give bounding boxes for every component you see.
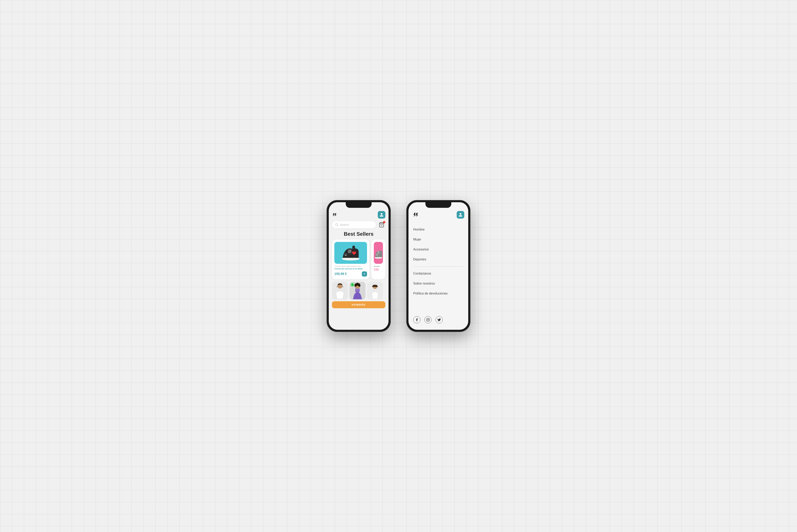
svg-marker-29: [414, 213, 416, 217]
product-image-1: ★: [334, 242, 367, 264]
cart-badge: [383, 221, 385, 223]
best-sellers-title: Best Sellers: [332, 231, 385, 237]
scene: Search Best Sellers: [327, 200, 470, 332]
avatar-button[interactable]: [378, 211, 385, 218]
category-thumb-1[interactable]: [332, 282, 348, 300]
category-thumb-3[interactable]: [367, 282, 383, 300]
menu-items: Hombre Mujer Accesorios Deportes Contáct…: [409, 222, 468, 313]
converse-logo: [332, 212, 338, 218]
products-row: ★ Converse Chuck Taylor All-Star 70 Hi C…: [332, 240, 385, 279]
twitter-button[interactable]: [436, 316, 443, 323]
instagram-button[interactable]: [424, 316, 432, 323]
avatar-button-2[interactable]: [457, 211, 464, 218]
facebook-button[interactable]: [413, 316, 420, 323]
shoe-image-2: ★: [374, 245, 383, 261]
add-to-cart-button-1[interactable]: +: [362, 271, 367, 277]
product-name-1: Comme des Garcons PLAY Black: [334, 268, 367, 270]
category-badge: [351, 283, 354, 286]
person-figure-3: [367, 282, 383, 300]
search-icon: [335, 223, 338, 226]
product-subtitle-1: Converse Chuck Taylor All-Star 70 Hi: [334, 265, 367, 267]
search-row: Search: [332, 221, 385, 229]
search-placeholder: Search: [340, 223, 349, 226]
menu-header: [409, 209, 468, 222]
svg-text:★: ★: [345, 254, 346, 256]
svg-point-33: [429, 319, 429, 319]
shoe-image-1: ★: [340, 245, 362, 261]
category-thumb-2[interactable]: [349, 282, 365, 300]
search-bar[interactable]: Search: [332, 221, 376, 228]
phone-main: Search Best Sellers: [327, 200, 391, 332]
menu-item-mujer[interactable]: Mujer: [413, 235, 463, 244]
svg-marker-1: [335, 213, 337, 216]
header-row: [332, 209, 385, 218]
svg-point-23: [358, 285, 360, 287]
menu-divider: [413, 266, 463, 267]
menu-item-accesorios[interactable]: Accesorios: [413, 245, 463, 254]
svg-rect-31: [426, 318, 430, 321]
product-card-2-partial: ★ Smoked 110,: [372, 240, 385, 279]
product-image-2: ★: [374, 242, 383, 264]
notch: [346, 202, 372, 208]
svg-marker-30: [416, 213, 418, 217]
menu-item-politica[interactable]: Política de devoluciones: [413, 289, 463, 298]
product-card-1[interactable]: ★ Converse Chuck Taylor All-Star 70 Hi C…: [332, 240, 369, 279]
svg-point-28: [377, 286, 378, 287]
product-subtitle-2: Smoked: [374, 265, 383, 267]
twitter-icon: [437, 318, 441, 322]
category-section: HOMBRE: [332, 282, 385, 327]
person-figure-1: [332, 282, 348, 300]
product-price-row-1: 159,99 € +: [334, 271, 367, 277]
svg-point-27: [372, 286, 374, 287]
svg-point-32: [428, 319, 429, 320]
product-price-2: 110,: [374, 268, 383, 271]
menu-item-contactanos[interactable]: Contáctanos: [413, 269, 463, 278]
facebook-icon: [415, 318, 419, 322]
phone-menu: Hombre Mujer Accesorios Deportes Contáct…: [406, 200, 470, 332]
category-label-bar[interactable]: HOMBRE: [332, 301, 385, 308]
svg-rect-26: [373, 285, 377, 287]
cart-button[interactable]: [378, 221, 385, 229]
menu-footer: [409, 313, 468, 327]
menu-item-hombre[interactable]: Hombre: [413, 225, 463, 234]
notch-2: [425, 202, 451, 208]
menu-item-sobre-nosotros[interactable]: Sobre nosotros: [413, 279, 463, 288]
product-price-1: 159,99 €: [334, 272, 347, 276]
svg-marker-0: [333, 213, 335, 216]
converse-logo-2: [413, 212, 420, 217]
menu-item-deportes[interactable]: Deportes: [413, 255, 463, 264]
category-thumbnails: [332, 282, 385, 300]
instagram-icon: [426, 318, 430, 322]
svg-point-22: [355, 285, 357, 287]
